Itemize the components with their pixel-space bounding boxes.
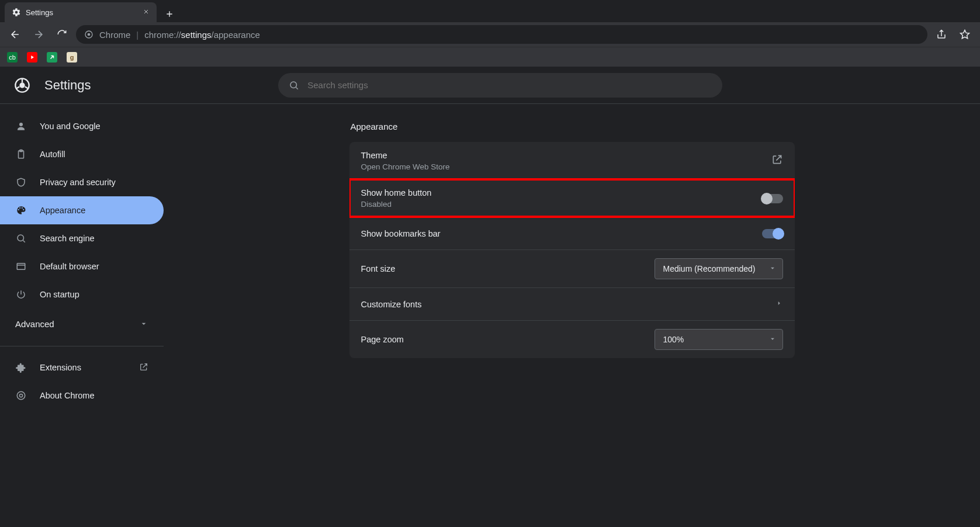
row-title: Customize fonts [361,300,422,309]
search-icon [15,233,27,244]
person-icon [15,121,27,131]
browser-icon [15,261,27,272]
search-icon [289,80,299,91]
sidebar-item-label: Appearance [40,206,85,215]
row-title: Show home button [361,188,432,197]
sidebar-divider [0,346,164,346]
chrome-icon [84,30,94,39]
tab-strip: Settings [0,0,980,22]
palette-icon [15,205,27,216]
bookmark-icon-1[interactable]: cb [7,52,18,63]
row-title: Show bookmarks bar [361,229,441,238]
sidebar-item-extensions[interactable]: Extensions [0,353,164,382]
sidebar-item-label: Privacy and security [40,178,116,187]
sidebar-item-privacy[interactable]: Privacy and security [0,168,164,196]
row-show-home-button[interactable]: Show home button Disabled [349,179,795,217]
row-title: Page zoom [361,335,404,344]
svg-point-11 [19,394,22,397]
svg-point-1 [88,33,91,36]
row-font-size: Font size Medium (Recommended) [349,249,795,287]
sidebar-item-about-chrome[interactable]: About Chrome [0,382,164,410]
omnibox-host: Chrome [99,30,130,40]
sidebar-item-search-engine[interactable]: Search engine [0,224,164,252]
select-font-size[interactable]: Medium (Recommended) [655,258,783,279]
sidebar-advanced-label: Advanced [15,319,54,329]
chevron-right-icon [775,299,783,310]
sidebar-item-label: Autofill [40,150,65,159]
row-title: Font size [361,264,396,273]
svg-point-8 [18,235,24,241]
browser-tab-settings[interactable]: Settings [5,2,157,22]
bookmarks-bar: cb g [0,47,980,67]
power-icon [15,289,27,300]
gear-icon [12,8,21,17]
sidebar-item-default-browser[interactable]: Default browser [0,252,164,280]
sidebar-item-autofill[interactable]: Autofill [0,140,164,168]
chevron-down-icon [139,319,148,328]
reload-button[interactable] [53,25,71,44]
toggle-bookmarks-bar[interactable] [762,229,783,238]
section-title: Appearance [349,122,795,131]
new-tab-button[interactable] [161,6,178,22]
settings-sidebar: You and Google Autofill Privacy and secu… [0,104,164,527]
close-icon[interactable] [143,8,150,17]
chevron-down-icon [768,264,777,274]
page-title: Settings [44,78,91,93]
back-button[interactable] [6,25,25,44]
open-in-new-icon [771,154,783,168]
svg-point-4 [290,82,297,88]
appearance-card: Theme Open Chrome Web Store Show home bu… [349,142,795,358]
row-page-zoom: Page zoom 100% [349,320,795,358]
chevron-down-icon [768,335,777,345]
row-subtitle: Open Chrome Web Store [361,162,450,171]
chrome-icon [15,390,27,401]
browser-toolbar: Chrome | chrome://settings/appearance [0,22,980,47]
row-subtitle: Disabled [361,200,432,209]
sidebar-item-label: Extensions [40,363,81,372]
forward-button[interactable] [29,25,48,44]
chrome-logo-icon [14,77,30,93]
svg-point-3 [19,82,25,88]
open-in-new-icon [139,362,148,373]
sidebar-item-you-and-google[interactable]: You and Google [0,112,164,140]
sidebar-item-label: Default browser [40,262,99,271]
tab-title: Settings [26,8,138,17]
svg-rect-9 [17,264,25,270]
extension-icon [15,362,27,373]
svg-point-5 [19,123,23,126]
search-settings[interactable] [278,73,722,98]
row-show-bookmarks-bar[interactable]: Show bookmarks bar [349,217,795,249]
select-value: Medium (Recommended) [663,264,756,273]
row-title: Theme [361,151,450,160]
settings-main: Appearance Theme Open Chrome Web Store [164,104,980,527]
toggle-home-button[interactable] [762,194,783,203]
page-header: Settings [0,67,980,104]
omnibox-url: chrome://settings/appearance [144,30,260,40]
sidebar-item-label: On startup [40,290,79,299]
search-input[interactable] [307,80,712,90]
sidebar-item-label: About Chrome [40,391,95,400]
bookmark-icon-3[interactable] [47,52,57,63]
sidebar-item-label: Search engine [40,234,95,243]
bookmark-icon-2[interactable] [27,52,37,63]
bookmark-icon-4[interactable]: g [67,52,77,63]
share-icon[interactable] [932,25,951,44]
sidebar-advanced[interactable]: Advanced [0,308,164,339]
select-value: 100% [663,335,684,344]
star-icon[interactable] [955,25,974,44]
shield-icon [15,177,27,188]
row-theme[interactable]: Theme Open Chrome Web Store [349,142,795,179]
sidebar-item-label: You and Google [40,122,100,131]
select-page-zoom[interactable]: 100% [655,329,783,350]
omnibox[interactable]: Chrome | chrome://settings/appearance [76,25,927,44]
svg-point-10 [17,391,25,400]
sidebar-item-appearance[interactable]: Appearance [0,196,164,224]
clipboard-icon [15,149,27,160]
sidebar-item-on-startup[interactable]: On startup [0,280,164,308]
row-customize-fonts[interactable]: Customize fonts [349,287,795,320]
settings-page: Settings You and Google Autofill Privacy… [0,67,980,527]
